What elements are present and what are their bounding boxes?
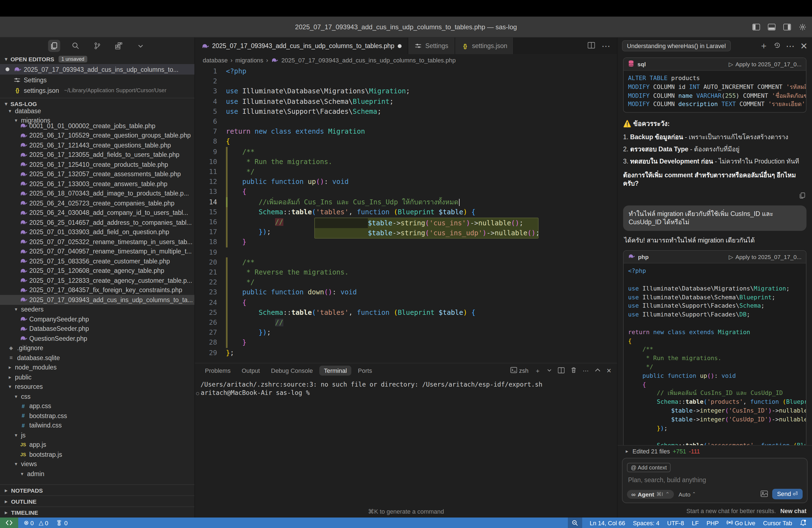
panel-tab-ports[interactable]: Ports [353,366,376,376]
tree-item[interactable]: #bootstrap.css [0,411,194,421]
more-views-chevron-icon[interactable] [134,40,146,52]
panel-tab-output[interactable]: Output [237,366,264,376]
tree-item[interactable]: 0001_01_01_000002_create_jobs_table.php [0,121,194,131]
tree-item[interactable]: 2025_06_17_121443_create_questions_table… [0,140,194,150]
code-line[interactable]: 28 } [195,338,617,348]
apply-button[interactable]: ▷Apply to 2025_07_17_0... [729,61,801,68]
tree-item[interactable]: 2025_06_24_030048_add_company_id_to_user… [0,208,194,218]
tree-folder[interactable]: ▸node_modules [0,363,194,372]
breadcrumb-file[interactable]: 2025_07_17_093943_add_cus_ins_udp_column… [281,57,456,63]
sidebar-section-outline[interactable]: ▸OUTLINE [0,495,194,507]
inline-suggestion-box[interactable]: $table->string('cus_ins')->nullable();$t… [314,218,539,239]
chat-tab-title[interactable]: Understanding whereHas() in Laravel [622,40,731,52]
tree-folder[interactable]: ▾database [0,106,194,116]
new-terminal-icon[interactable]: ＋ [535,366,541,375]
split-terminal-icon[interactable] [558,367,565,374]
tree-item[interactable]: JSbootstrap.js [0,450,194,459]
code-line[interactable]: 12 public function up(): void [195,177,617,187]
tree-item[interactable]: DatabaseSeeder.php [0,324,194,334]
new-chat-icon[interactable]: ＋ [759,40,768,52]
attach-image-icon[interactable] [760,489,768,499]
tree-item[interactable]: #tailwind.css [0,421,194,430]
kill-terminal-icon[interactable] [570,367,577,375]
tree-folder[interactable]: ▾seeders [0,305,194,314]
code-line[interactable]: 20 /** [195,258,617,267]
chat-more-actions-icon[interactable]: ⋯ [786,41,795,51]
code-line[interactable]: 22 */ [195,278,617,288]
eol-sequence[interactable]: LF [692,519,699,526]
cursor-tab-toggle[interactable]: Cursor Tab [763,519,792,526]
open-editor-item[interactable]: {}settings.json~/Library/Application Sup… [0,85,194,96]
search-icon[interactable] [70,40,82,52]
editor-more-actions-icon[interactable]: ⋯ [601,41,610,51]
tree-folder[interactable]: ▾resources [0,382,194,392]
copy-icon[interactable] [799,192,806,200]
code-line[interactable]: 14 //เพิ่มคอลัมภ์ Cus_Ins และ Cus_Ins_Ud… [195,197,617,207]
tree-item[interactable]: 2025_07_15_120608_create_agency_table.ph… [0,266,194,276]
open-editor-item[interactable]: 2025_07_17_093943_add_cus_ins_udp_column… [0,64,194,75]
open-editors-header[interactable]: ▾ OPEN EDITORS 1 unsaved [0,54,194,64]
terminal-dropdown-chevron-icon[interactable] [547,367,552,374]
code-line[interactable]: 6 [195,117,617,127]
code-editor[interactable]: 1<?php23use Illuminate\Database\Migratio… [195,66,617,363]
settings-gear-icon[interactable] [799,23,807,31]
apply-button[interactable]: ▷Apply to 2025_07_17_0... [729,253,801,260]
problems-indicator[interactable]: ⊗0 △0 [24,519,48,526]
model-selector[interactable]: Auto⌃ [679,491,696,497]
tree-item[interactable]: 2025_07_15_083356_create_customer_table.… [0,256,194,266]
ports-indicator[interactable]: 0 [56,519,68,527]
panel-tab-problems[interactable]: Problems [201,366,235,376]
code-line[interactable]: 3use Illuminate\Database\Migrations\Migr… [195,86,617,97]
encoding[interactable]: UTF-8 [667,519,684,526]
toggle-panel-icon[interactable] [768,24,775,30]
code-line[interactable]: 10 * Run the migrations. [195,157,617,167]
close-panel-icon[interactable]: ✕ [607,367,611,374]
tree-item[interactable]: CompanySeeder.php [0,314,194,324]
sidebar-section-notepads[interactable]: ▸NOTEPADS [0,484,194,495]
breadcrumb-migrations[interactable]: migrations [235,57,263,63]
chat-messages[interactable]: sql ▷Apply to 2025_07_17_0... ALTER TABL… [618,54,812,445]
split-editor-icon[interactable] [588,41,595,51]
code-line[interactable]: 24 { [195,297,617,307]
panel-more-actions-icon[interactable]: ⋯ [583,367,589,374]
edited-files-row[interactable]: ▸ Edited 21 files +751 -111 [618,445,812,457]
chat-composer[interactable]: @ Add context Plan, search, build anythi… [622,458,808,503]
tree-item[interactable]: ◆.gitignore [0,343,194,353]
panel-tab-terminal[interactable]: Terminal [320,366,351,376]
chat-input[interactable]: Plan, search, build anything [628,476,802,483]
language-mode[interactable]: PHP [707,519,719,526]
tree-item[interactable]: 2025_07_15_122833_create_agency_customer… [0,276,194,285]
editor-tab[interactable]: {}settings.json [455,38,514,54]
tree-item[interactable]: 2025_06_17_105529_create_question_groups… [0,131,194,140]
code-line[interactable]: 9 /** [195,147,617,157]
terminal-output[interactable]: /Users/aritach/.zshrc:source:3: no such … [195,378,617,517]
code-line[interactable]: 23 public function down(): void [195,288,617,297]
editor-tab[interactable]: 2025_07_17_093943_add_cus_ins_udp_column… [195,38,408,54]
code-line[interactable]: 21 * Reverse the migrations. [195,267,617,277]
send-button[interactable]: Send ⏎ [772,489,802,499]
tree-folder[interactable]: ▾css [0,392,194,401]
tree-item[interactable]: QuestionSeeder.php [0,334,194,343]
extensions-icon[interactable] [113,40,125,52]
tree-item[interactable]: 2025_07_17_093943_add_cus_ins_udp_column… [0,295,194,305]
breadcrumb[interactable]: database› migrations› 2025_07_17_093943_… [195,54,617,66]
editor-tab[interactable]: Settings [408,38,455,54]
code-line[interactable]: 15 Schema::table('tables', function (Blu… [195,207,617,217]
code-line[interactable]: 1<?php [195,66,617,76]
tree-item[interactable]: 2025_07_17_084357_fix_foreign_key_constr… [0,285,194,295]
tree-item[interactable]: 2025_06_24_025723_create_companies_table… [0,198,194,208]
tree-item[interactable]: JSapp.js [0,440,194,450]
breadcrumb-database[interactable]: database [203,57,228,63]
code-line[interactable]: 27 }); [195,328,617,338]
code-line[interactable]: 2 [195,76,617,86]
code-line[interactable]: 19 [195,247,617,257]
tree-item[interactable]: 2025_07_07_025322_rename_timestamp_in_us… [0,237,194,247]
tree-folder[interactable]: ▸public [0,372,194,382]
code-line[interactable]: 11 */ [195,167,617,177]
tree-item[interactable]: 2025_06_18_070343_add_image_to_products_… [0,189,194,198]
code-line[interactable]: 5use Illuminate\Support\Facades\Schema; [195,107,617,117]
tree-item[interactable]: #app.css [0,401,194,411]
tree-item[interactable]: 2025_06_17_125410_create_products_table.… [0,160,194,169]
code-line[interactable]: 4use Illuminate\Database\Schema\Blueprin… [195,97,617,106]
code-line[interactable]: 18 } [195,237,617,247]
